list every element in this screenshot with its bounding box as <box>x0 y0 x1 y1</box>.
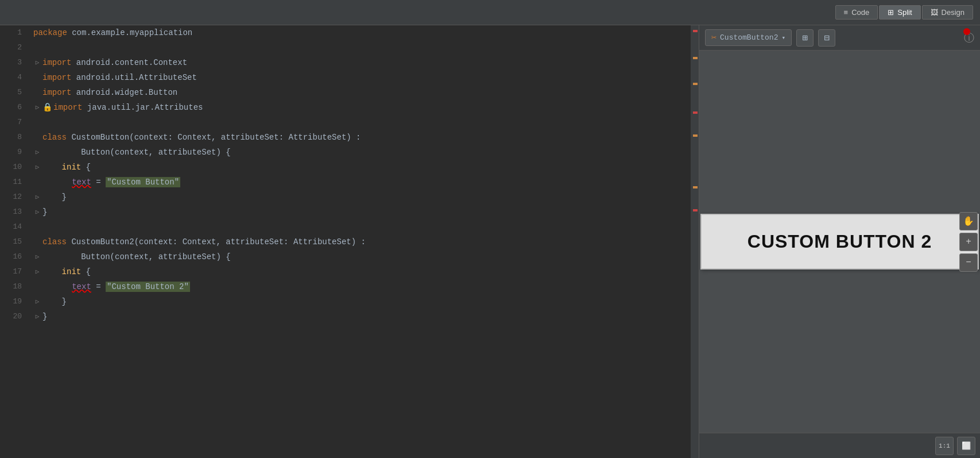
code-line: 20 ▷} <box>0 309 691 324</box>
code-line: 15 class CustomButton2(context: Context,… <box>0 234 691 249</box>
plus-grid-icon: ⊞ <box>802 32 808 44</box>
preview-area: CUSTOM BUTTON 2 ✋ + − <box>699 51 980 433</box>
warning-marker <box>693 57 698 59</box>
right-panel: ✂ CustomButton2 ▾ ⊞ ⊟ ⓘ CustomButton Cus… <box>699 25 980 458</box>
warning-marker <box>693 83 698 85</box>
error-marker <box>693 209 698 211</box>
preview-bottom-toolbar: 1:1 ⬜ <box>699 433 980 458</box>
remove-component-button[interactable]: ⊟ <box>818 29 835 47</box>
code-line: 12 ▷ } <box>0 190 691 205</box>
right-panel-header: ✂ CustomButton2 ▾ ⊞ ⊟ ⓘ <box>699 25 980 51</box>
code-line: 11 text = "Custom Button" <box>0 175 691 190</box>
code-line: 10 ▷ init { <box>0 160 691 175</box>
component-selector[interactable]: ✂ CustomButton2 ▾ <box>705 29 792 46</box>
code-editor[interactable]: 1 package com.example.myapplication 2 3 … <box>0 25 691 458</box>
warning-marker <box>693 134 698 137</box>
code-line: 4 import android.util.AttributeSet <box>0 70 691 85</box>
split-label: Split <box>897 8 912 17</box>
code-line: 7 <box>0 115 691 130</box>
warning-marker <box>693 186 698 188</box>
code-line: 18 text = "Custom Button 2" <box>0 279 691 294</box>
error-marker <box>693 111 698 114</box>
code-panel: 1 package com.example.myapplication 2 3 … <box>0 25 699 458</box>
code-line: 2 <box>0 40 691 55</box>
design-label: Design <box>942 8 964 17</box>
top-toolbar: ≡ Code ⊞ Split 🖼 Design <box>0 0 980 25</box>
scrollbar-track[interactable] <box>691 25 699 458</box>
code-line: 14 <box>0 220 691 234</box>
code-icon: ≡ <box>844 8 849 17</box>
split-icon: ⊞ <box>888 8 894 17</box>
dropdown-arrow-icon: ▾ <box>781 34 785 41</box>
design-icon: 🖼 <box>931 8 938 17</box>
code-label: Code <box>851 8 869 17</box>
view-mode-buttons: ≡ Code ⊞ Split 🖼 Design <box>835 5 973 20</box>
code-line: 17 ▷ init { <box>0 264 691 279</box>
code-line: 5 import android.widget.Button <box>0 85 691 100</box>
code-line: 8 class CustomButton(context: Context, a… <box>0 130 691 145</box>
code-view-button[interactable]: ≡ Code <box>835 5 878 20</box>
zoom-out-button[interactable]: − <box>959 253 978 272</box>
hand-tool-button[interactable]: ✋ <box>959 212 978 230</box>
design-view-button[interactable]: 🖼 Design <box>922 5 973 20</box>
zoom-in-button[interactable]: + <box>959 233 978 251</box>
add-component-button[interactable]: ⊞ <box>796 29 814 47</box>
aspect-ratio-button[interactable]: 1:1 <box>935 437 954 455</box>
ratio-icon: 1:1 <box>939 442 950 449</box>
split-view-button[interactable]: ⊞ Split <box>879 5 920 20</box>
frame-button[interactable]: ⬜ <box>957 437 975 455</box>
minus-grid-icon: ⊟ <box>824 32 830 44</box>
code-line: 1 package com.example.myapplication <box>0 25 691 40</box>
code-line: 13 ▷} <box>0 205 691 220</box>
code-line: 16 ▷ Button(context, attributeSet) { <box>0 249 691 264</box>
frame-icon: ⬜ <box>962 441 971 451</box>
error-marker <box>693 30 698 32</box>
code-line: 6 ▷🔒import java.util.jar.Attributes <box>0 100 691 115</box>
zoom-out-icon: − <box>966 257 971 268</box>
error-indicator <box>963 28 970 38</box>
code-line: 3 ▷import android.content.Context <box>0 55 691 70</box>
error-dot-icon <box>963 28 970 35</box>
code-line: 19 ▷ } <box>0 294 691 309</box>
zoom-in-icon: + <box>966 237 971 247</box>
scissors-icon: ✂ <box>711 32 716 43</box>
code-line: 9 ▷ Button(context, attributeSet) { <box>0 145 691 160</box>
hand-icon: ✋ <box>963 215 974 227</box>
preview-side-tools: ✋ + − <box>957 209 980 275</box>
component-name: CustomButton2 <box>720 33 778 42</box>
main-area: 1 package com.example.myapplication 2 3 … <box>0 25 980 458</box>
preview-button: CUSTOM BUTTON 2 <box>700 214 979 270</box>
